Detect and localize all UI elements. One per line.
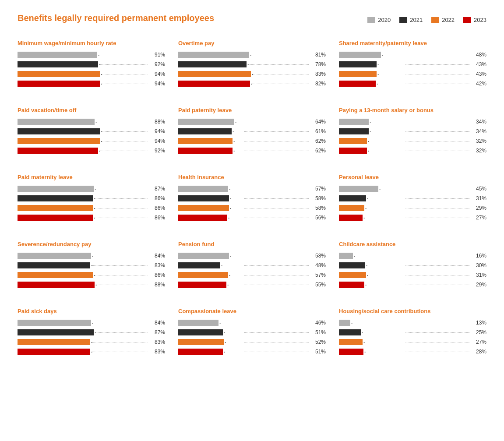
bar-red [339, 349, 363, 355]
bar-container [18, 186, 94, 192]
bar-value: 62% [310, 138, 326, 144]
dotted-line [95, 189, 148, 189]
bar-gray [339, 320, 350, 326]
bar-value: 94% [150, 71, 165, 77]
bar-value: 34% [471, 119, 486, 125]
bar-gray [18, 320, 91, 326]
bar-container [18, 138, 100, 144]
bar-value: 48% [310, 262, 326, 268]
bar-orange [18, 339, 90, 345]
dotted-line [405, 352, 469, 352]
bar-container [18, 262, 90, 268]
bar-container [18, 272, 93, 278]
bar-orange [18, 71, 100, 77]
bar-row: 56% [178, 214, 326, 222]
chart-overtime-pay: Overtime pay81%78%83%82% [178, 40, 326, 89]
bar-value: 87% [150, 186, 165, 192]
bar-value: 83% [150, 262, 165, 268]
chart-title-personal-leave: Personal leave [339, 174, 486, 180]
chart-childcare: Childcare assistance16%30%31%29% [339, 241, 486, 290]
chart-housing: Housing/social care contributions13%25%2… [339, 308, 486, 357]
bar-row: 32% [339, 137, 486, 145]
bar-container [178, 339, 243, 345]
bar-container [339, 349, 403, 355]
bar-row: 25% [339, 328, 486, 336]
bar-container [178, 215, 243, 221]
dotted-line [95, 198, 148, 199]
bar-container [18, 215, 93, 221]
bar-orange [178, 71, 251, 77]
bar-value: 84% [150, 253, 165, 259]
bar-container [18, 81, 100, 87]
bar-container [339, 81, 403, 87]
bar-dark [339, 61, 377, 67]
bar-value: 94% [150, 138, 165, 144]
bar-container [339, 329, 403, 335]
dotted-line [102, 74, 148, 74]
dotted-line [405, 256, 469, 256]
bar-row: 61% [178, 127, 326, 135]
bar-container [339, 215, 403, 221]
dotted-line [102, 84, 148, 84]
bar-dark [178, 128, 232, 134]
bar-container [18, 205, 93, 211]
bar-value: 91% [150, 52, 165, 58]
bar-dark [178, 329, 223, 335]
bar-red [18, 148, 98, 154]
bar-red [18, 215, 93, 221]
bar-dark [178, 195, 229, 201]
bar-gray [18, 186, 94, 192]
dotted-line [244, 342, 309, 342]
bar-row: 88% [18, 118, 165, 126]
bar-gray [18, 253, 91, 259]
bar-value: 62% [310, 148, 326, 154]
bar-value: 55% [310, 282, 326, 288]
bar-value: 45% [471, 186, 486, 192]
bar-container [178, 52, 249, 58]
bar-value: 64% [310, 119, 326, 125]
bar-orange [339, 71, 377, 77]
bar-container [339, 119, 403, 125]
bar-dark [178, 61, 247, 67]
bar-row: 78% [178, 60, 326, 68]
bar-red [178, 148, 233, 154]
dotted-line [95, 208, 148, 208]
chart-title-severance: Severence/redundancy pay [18, 241, 165, 247]
bar-value: 94% [150, 128, 165, 134]
bar-row: 94% [18, 70, 165, 78]
bar-container [178, 195, 243, 201]
bar-orange [339, 205, 364, 211]
bar-container [339, 205, 403, 211]
bar-row: 84% [18, 319, 165, 327]
bar-value: 58% [310, 253, 326, 259]
bar-value: 13% [471, 320, 486, 326]
bar-container [339, 186, 403, 192]
chart-title-pension-fund: Pension fund [178, 241, 326, 247]
bar-dark [18, 61, 98, 67]
bar-value: 25% [471, 329, 486, 335]
bar-orange [18, 272, 93, 278]
bar-container [339, 71, 403, 77]
dotted-line [96, 285, 148, 285]
dotted-line [99, 55, 148, 55]
bar-gray [18, 52, 97, 58]
chart-title-housing: Housing/social care contributions [339, 308, 486, 314]
dotted-line [251, 55, 309, 55]
bar-value: 57% [310, 272, 326, 278]
bar-container [178, 138, 243, 144]
legend-swatch-2022 [431, 17, 439, 23]
dotted-line [92, 352, 148, 352]
legend-swatch-2023 [463, 17, 471, 23]
bar-red [339, 148, 367, 154]
bar-container [178, 128, 243, 134]
bar-container [178, 119, 243, 125]
bar-gray [178, 119, 234, 125]
chart-title-health-insurance: Health insurance [178, 174, 326, 180]
bar-container [339, 195, 403, 201]
dotted-line [244, 122, 309, 122]
bar-row: 43% [339, 70, 486, 78]
bar-gray [339, 186, 378, 192]
bar-value: 27% [471, 215, 486, 221]
bar-value: 82% [310, 81, 326, 87]
bar-value: 88% [150, 119, 165, 125]
